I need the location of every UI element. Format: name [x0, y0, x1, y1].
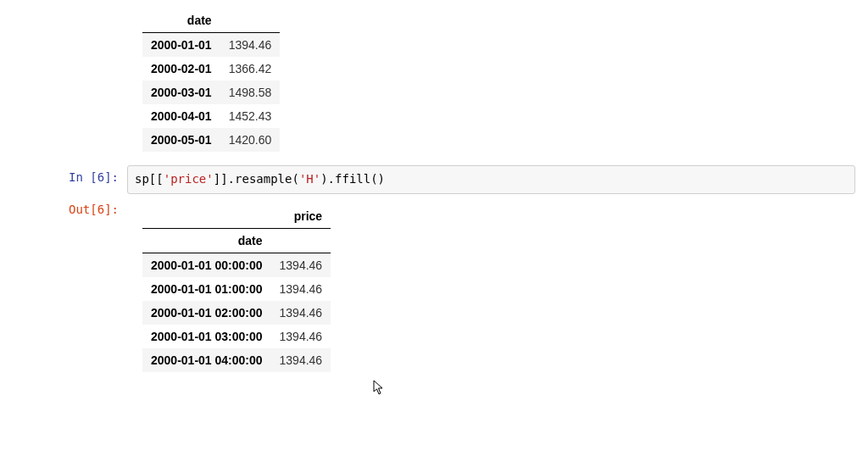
row-index: 2000-05-01: [142, 128, 220, 152]
row-value: 1420.60: [220, 128, 281, 152]
output-prompt: Out[6]:: [0, 197, 127, 221]
code-part: ).ffill(): [320, 172, 385, 186]
code-string: 'H': [299, 172, 320, 186]
top-tbody: 2000-01-011394.462000-02-011366.422000-0…: [142, 33, 280, 153]
index-name-header: date: [142, 8, 220, 33]
code-part: ]].resample(: [214, 172, 299, 186]
dataframe-top: date 2000-01-011394.462000-02-011366.422…: [142, 8, 280, 152]
code-input[interactable]: sp[['price']].resample('H').ffill(): [127, 165, 855, 194]
notebook: date 2000-01-011394.462000-02-011366.422…: [0, 0, 868, 384]
empty-prompt: [0, 2, 127, 12]
row-index: 2000-01-01 04:00:00: [142, 348, 271, 372]
row-index: 2000-01-01: [142, 33, 220, 58]
table-row: 2000-02-011366.42: [142, 57, 280, 81]
column-header-price: price: [271, 204, 331, 229]
row-index: 2000-03-01: [142, 81, 220, 104]
index-name-header: date: [142, 228, 271, 253]
row-index: 2000-01-01 03:00:00: [142, 325, 271, 348]
row-index: 2000-01-01 00:00:00: [142, 253, 271, 277]
table-row: 2000-01-01 03:00:001394.46: [142, 325, 331, 348]
blank-header: [220, 8, 281, 33]
row-value: 1394.46: [271, 348, 331, 372]
row-index: 2000-01-01 02:00:00: [142, 301, 271, 325]
row-value: 1394.46: [271, 253, 331, 277]
table-row: 2000-01-011394.46: [142, 33, 280, 58]
row-value: 1452.43: [220, 104, 281, 128]
table-row: 2000-01-01 00:00:001394.46: [142, 253, 331, 277]
row-value: 1366.42: [220, 57, 281, 81]
row-value: 1394.46: [271, 301, 331, 325]
blank-header: [271, 228, 331, 253]
table-row: 2000-04-011452.43: [142, 104, 280, 128]
blank-corner-header: [142, 204, 271, 229]
row-index: 2000-02-01: [142, 57, 220, 81]
table-row: 2000-01-01 01:00:001394.46: [142, 277, 331, 301]
row-value: 1394.46: [271, 277, 331, 301]
row-index: 2000-04-01: [142, 104, 220, 128]
table-row: 2000-03-011498.58: [142, 81, 280, 104]
previous-output-area: date 2000-01-011394.462000-02-011366.422…: [127, 2, 868, 162]
code-cell-6: In [6]: sp[['price']].resample('H').ffil…: [0, 164, 868, 196]
dataframe-output: price date 2000-01-01 00:00:001394.46200…: [142, 204, 331, 372]
code-part: sp[[: [135, 172, 164, 186]
row-value: 1498.58: [220, 81, 281, 104]
row-value: 1394.46: [220, 33, 281, 58]
row-index: 2000-01-01 01:00:00: [142, 277, 271, 301]
code-string: 'price': [164, 172, 214, 186]
row-value: 1394.46: [271, 325, 331, 348]
previous-output-cell: date 2000-01-011394.462000-02-011366.422…: [0, 0, 868, 164]
output-tbody: 2000-01-01 00:00:001394.462000-01-01 01:…: [142, 253, 331, 372]
output-area-6: price date 2000-01-01 00:00:001394.46200…: [127, 197, 868, 382]
input-prompt: In [6]:: [0, 165, 127, 189]
code-content: sp[['price']].resample('H').ffill(): [127, 165, 868, 194]
table-row: 2000-05-011420.60: [142, 128, 280, 152]
table-row: 2000-01-01 04:00:001394.46: [142, 348, 331, 372]
table-row: 2000-01-01 02:00:001394.46: [142, 301, 331, 325]
output-cell-6: Out[6]: price date 2000-01-01 00:00:0013…: [0, 196, 868, 384]
